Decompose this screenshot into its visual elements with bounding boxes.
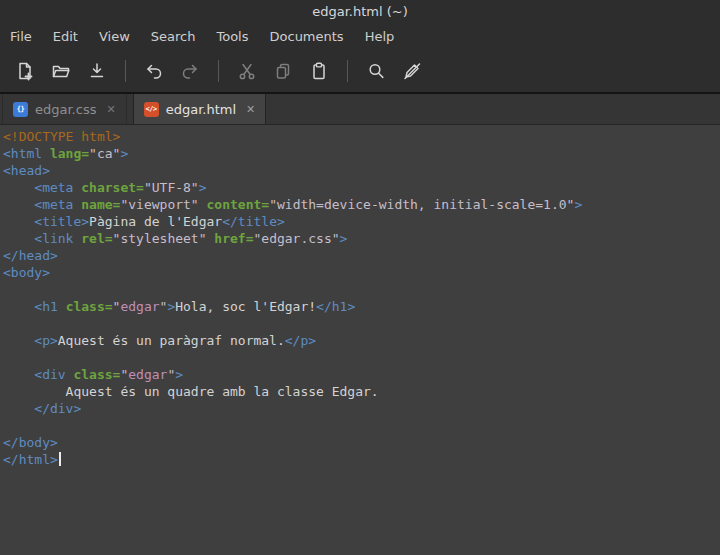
clear-highlight-icon	[402, 61, 422, 81]
code-line: <body>	[3, 264, 720, 281]
tab-label: edgar.css	[35, 102, 96, 117]
code-line: <link rel="stylesheet" href="edgar.css">	[3, 230, 720, 247]
code-line: Aquest és un quadre amb la classe Edgar.	[3, 383, 720, 400]
toolbar-separator	[347, 60, 348, 82]
tab-close-icon[interactable]: ✕	[106, 104, 115, 115]
code-line: <meta name="viewport" content="width=dev…	[3, 196, 720, 213]
undo-button[interactable]	[141, 58, 167, 84]
tab-bar: {}edgar.css✕</>edgar.html✕	[0, 94, 720, 125]
paste-icon	[309, 61, 329, 81]
code-line: <html lang="ca">	[3, 145, 720, 162]
redo-button	[177, 58, 203, 84]
cut-button	[234, 58, 260, 84]
menu-item-view[interactable]: View	[91, 26, 138, 47]
copy-button	[270, 58, 296, 84]
window-title: edgar.html (~)	[312, 4, 408, 19]
open-document-button[interactable]	[48, 58, 74, 84]
css-file-icon: {}	[13, 102, 28, 117]
code-line	[3, 315, 720, 332]
code-line	[3, 417, 720, 434]
toolbar	[0, 50, 720, 94]
menu-item-documents[interactable]: Documents	[262, 26, 352, 47]
paste-button[interactable]	[306, 58, 332, 84]
code-line	[3, 281, 720, 298]
code-line: </body>	[3, 434, 720, 451]
cut-icon	[237, 61, 257, 81]
code-line: <meta charset="UTF-8">	[3, 179, 720, 196]
open-folder-icon	[51, 61, 71, 81]
code-line: <p>Aquest és un paràgraf normal.</p>	[3, 332, 720, 349]
code-line: <h1 class="edgar">Hola, soc l'Edgar!</h1…	[3, 298, 720, 315]
code-line: </head>	[3, 247, 720, 264]
code-line: <title>Pàgina de l'Edgar</title>	[3, 213, 720, 230]
code-line: <!DOCTYPE html>	[3, 128, 720, 145]
new-document-icon	[15, 61, 35, 81]
toolbar-separator	[218, 60, 219, 82]
clear-highlight-button[interactable]	[399, 58, 425, 84]
menu-bar: FileEditViewSearchToolsDocumentsHelp	[0, 22, 720, 50]
search-icon	[366, 61, 386, 81]
menu-item-help[interactable]: Help	[357, 26, 403, 47]
find-button[interactable]	[363, 58, 389, 84]
code-line: </html>	[3, 451, 720, 468]
menu-item-file[interactable]: File	[2, 26, 40, 47]
menu-item-search[interactable]: Search	[143, 26, 204, 47]
tab-label: edgar.html	[166, 102, 236, 117]
redo-icon	[180, 61, 200, 81]
copy-icon	[273, 61, 293, 81]
toolbar-separator	[125, 60, 126, 82]
code-line: </div>	[3, 400, 720, 417]
code-line	[3, 349, 720, 366]
html-file-icon: </>	[144, 102, 159, 117]
menu-item-tools[interactable]: Tools	[208, 26, 256, 47]
save-document-button[interactable]	[84, 58, 110, 84]
code-line: <div class="edgar">	[3, 366, 720, 383]
text-cursor	[59, 452, 61, 466]
code-line: <head>	[3, 162, 720, 179]
window-titlebar[interactable]: edgar.html (~)	[0, 0, 720, 22]
code-editor[interactable]: <!DOCTYPE html><html lang="ca"><head> <m…	[0, 125, 720, 554]
tab-close-icon[interactable]: ✕	[246, 104, 255, 115]
undo-icon	[144, 61, 164, 81]
menu-item-edit[interactable]: Edit	[45, 26, 86, 47]
save-icon	[87, 61, 107, 81]
tab-edgar-html[interactable]: </>edgar.html✕	[133, 94, 267, 124]
tab-edgar-css[interactable]: {}edgar.css✕	[2, 94, 127, 124]
new-document-button[interactable]	[12, 58, 38, 84]
